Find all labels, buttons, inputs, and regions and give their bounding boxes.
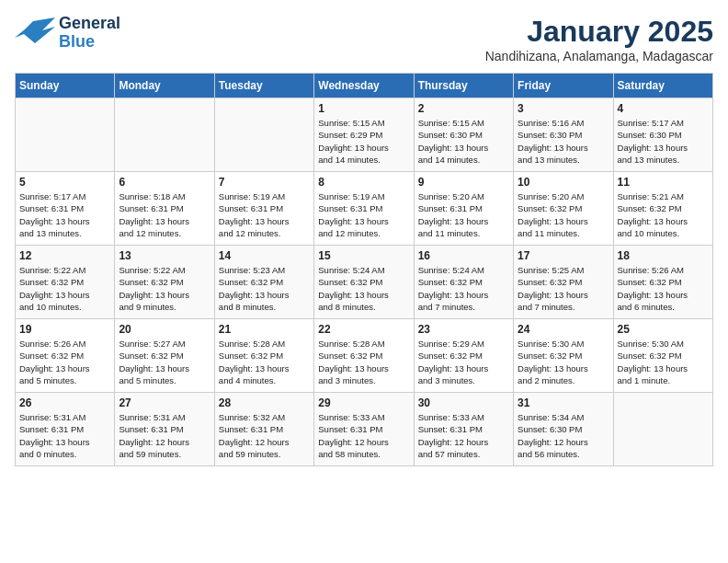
calendar-cell: 28Sunrise: 5:32 AM Sunset: 6:31 PM Dayli… [214, 393, 313, 466]
day-info: Sunrise: 5:22 AM Sunset: 6:32 PM Dayligh… [19, 264, 110, 313]
day-number: 12 [19, 249, 110, 262]
day-info: Sunrise: 5:24 AM Sunset: 6:32 PM Dayligh… [318, 264, 409, 313]
day-number: 1 [318, 102, 409, 115]
day-number: 18 [618, 249, 709, 262]
day-info: Sunrise: 5:19 AM Sunset: 6:31 PM Dayligh… [318, 190, 409, 239]
calendar-cell: 15Sunrise: 5:24 AM Sunset: 6:32 PM Dayli… [314, 246, 414, 319]
calendar-cell: 14Sunrise: 5:23 AM Sunset: 6:32 PM Dayli… [214, 246, 313, 319]
day-info: Sunrise: 5:30 AM Sunset: 6:32 PM Dayligh… [618, 338, 709, 386]
day-info: Sunrise: 5:33 AM Sunset: 6:31 PM Dayligh… [318, 411, 409, 460]
day-number: 21 [219, 323, 310, 336]
col-header-sunday: Sunday [16, 74, 115, 98]
day-info: Sunrise: 5:34 AM Sunset: 6:30 PM Dayligh… [518, 411, 609, 460]
calendar-cell [115, 98, 214, 172]
calendar-table: SundayMondayTuesdayWednesdayThursdayFrid… [15, 73, 713, 466]
day-number: 5 [19, 176, 110, 189]
day-info: Sunrise: 5:31 AM Sunset: 6:31 PM Dayligh… [119, 411, 210, 460]
day-info: Sunrise: 5:32 AM Sunset: 6:31 PM Dayligh… [219, 411, 310, 460]
day-number: 6 [119, 176, 210, 189]
page-header: General Blue January 2025 Nandihizana, A… [15, 15, 713, 63]
day-info: Sunrise: 5:19 AM Sunset: 6:31 PM Dayligh… [219, 190, 310, 239]
day-info: Sunrise: 5:15 AM Sunset: 6:29 PM Dayligh… [318, 117, 409, 166]
calendar-cell [214, 98, 313, 172]
logo-blue-text: Blue [59, 33, 120, 52]
day-info: Sunrise: 5:29 AM Sunset: 6:32 PM Dayligh… [418, 338, 509, 386]
calendar-cell: 30Sunrise: 5:33 AM Sunset: 6:31 PM Dayli… [414, 393, 513, 466]
day-number: 24 [518, 323, 609, 336]
day-number: 22 [318, 323, 409, 336]
calendar-cell: 10Sunrise: 5:20 AM Sunset: 6:32 PM Dayli… [514, 172, 613, 246]
calendar-cell: 24Sunrise: 5:30 AM Sunset: 6:32 PM Dayli… [514, 319, 613, 393]
day-number: 27 [119, 396, 210, 409]
day-info: Sunrise: 5:21 AM Sunset: 6:32 PM Dayligh… [618, 190, 709, 239]
day-info: Sunrise: 5:23 AM Sunset: 6:32 PM Dayligh… [219, 264, 310, 313]
calendar-cell: 22Sunrise: 5:28 AM Sunset: 6:32 PM Dayli… [314, 319, 414, 393]
day-info: Sunrise: 5:20 AM Sunset: 6:31 PM Dayligh… [418, 190, 509, 239]
day-number: 29 [318, 396, 409, 409]
day-info: Sunrise: 5:22 AM Sunset: 6:32 PM Dayligh… [119, 264, 210, 313]
day-number: 16 [418, 249, 509, 262]
calendar-cell: 2Sunrise: 5:15 AM Sunset: 6:30 PM Daylig… [414, 98, 513, 172]
day-number: 20 [119, 323, 210, 336]
calendar-cell: 26Sunrise: 5:31 AM Sunset: 6:31 PM Dayli… [16, 393, 115, 466]
calendar-week-row: 1Sunrise: 5:15 AM Sunset: 6:29 PM Daylig… [16, 98, 713, 172]
col-header-friday: Friday [514, 74, 613, 98]
day-number: 13 [119, 249, 210, 262]
calendar-cell: 4Sunrise: 5:17 AM Sunset: 6:30 PM Daylig… [613, 98, 712, 172]
calendar-cell: 18Sunrise: 5:26 AM Sunset: 6:32 PM Dayli… [613, 246, 712, 319]
calendar-header-row: SundayMondayTuesdayWednesdayThursdayFrid… [16, 74, 713, 98]
day-number: 26 [19, 396, 110, 409]
day-number: 31 [518, 396, 609, 409]
calendar-cell: 25Sunrise: 5:30 AM Sunset: 6:32 PM Dayli… [613, 319, 712, 393]
calendar-week-row: 5Sunrise: 5:17 AM Sunset: 6:31 PM Daylig… [16, 172, 713, 246]
day-info: Sunrise: 5:17 AM Sunset: 6:31 PM Dayligh… [19, 190, 110, 239]
calendar-cell: 27Sunrise: 5:31 AM Sunset: 6:31 PM Dayli… [115, 393, 214, 466]
calendar-cell: 20Sunrise: 5:27 AM Sunset: 6:32 PM Dayli… [115, 319, 214, 393]
col-header-thursday: Thursday [414, 74, 513, 98]
logo-icon [15, 17, 55, 49]
day-info: Sunrise: 5:28 AM Sunset: 6:32 PM Dayligh… [219, 338, 310, 386]
day-number: 8 [318, 176, 409, 189]
day-info: Sunrise: 5:31 AM Sunset: 6:31 PM Dayligh… [19, 411, 110, 460]
day-info: Sunrise: 5:24 AM Sunset: 6:32 PM Dayligh… [418, 264, 509, 313]
calendar-cell: 8Sunrise: 5:19 AM Sunset: 6:31 PM Daylig… [314, 172, 414, 246]
day-info: Sunrise: 5:30 AM Sunset: 6:32 PM Dayligh… [518, 338, 609, 386]
day-number: 17 [518, 249, 609, 262]
calendar-cell: 16Sunrise: 5:24 AM Sunset: 6:32 PM Dayli… [414, 246, 513, 319]
calendar-cell: 23Sunrise: 5:29 AM Sunset: 6:32 PM Dayli… [414, 319, 513, 393]
calendar-cell [613, 393, 712, 466]
calendar-cell [16, 98, 115, 172]
day-number: 9 [418, 176, 509, 189]
day-info: Sunrise: 5:20 AM Sunset: 6:32 PM Dayligh… [518, 190, 609, 239]
calendar-cell: 13Sunrise: 5:22 AM Sunset: 6:32 PM Dayli… [115, 246, 214, 319]
day-number: 30 [418, 396, 509, 409]
col-header-wednesday: Wednesday [314, 74, 414, 98]
svg-marker-0 [15, 17, 55, 43]
calendar-cell: 17Sunrise: 5:25 AM Sunset: 6:32 PM Dayli… [514, 246, 613, 319]
day-number: 2 [418, 102, 509, 115]
day-number: 14 [219, 249, 310, 262]
day-info: Sunrise: 5:15 AM Sunset: 6:30 PM Dayligh… [418, 117, 509, 166]
col-header-tuesday: Tuesday [214, 74, 313, 98]
day-info: Sunrise: 5:17 AM Sunset: 6:30 PM Dayligh… [618, 117, 709, 166]
calendar-cell: 5Sunrise: 5:17 AM Sunset: 6:31 PM Daylig… [16, 172, 115, 246]
day-number: 4 [618, 102, 709, 115]
day-number: 11 [618, 176, 709, 189]
day-number: 3 [518, 102, 609, 115]
day-info: Sunrise: 5:18 AM Sunset: 6:31 PM Dayligh… [119, 190, 210, 239]
calendar-cell: 3Sunrise: 5:16 AM Sunset: 6:30 PM Daylig… [514, 98, 613, 172]
location-title: Nandihizana, Analamanga, Madagascar [485, 49, 713, 63]
day-number: 23 [418, 323, 509, 336]
calendar-cell: 19Sunrise: 5:26 AM Sunset: 6:32 PM Dayli… [16, 319, 115, 393]
calendar-cell: 21Sunrise: 5:28 AM Sunset: 6:32 PM Dayli… [214, 319, 313, 393]
calendar-cell: 31Sunrise: 5:34 AM Sunset: 6:30 PM Dayli… [514, 393, 613, 466]
day-info: Sunrise: 5:26 AM Sunset: 6:32 PM Dayligh… [618, 264, 709, 313]
calendar-cell: 9Sunrise: 5:20 AM Sunset: 6:31 PM Daylig… [414, 172, 513, 246]
calendar-week-row: 19Sunrise: 5:26 AM Sunset: 6:32 PM Dayli… [16, 319, 713, 393]
logo: General Blue [15, 15, 120, 52]
title-block: January 2025 Nandihizana, Analamanga, Ma… [485, 15, 713, 63]
day-info: Sunrise: 5:28 AM Sunset: 6:32 PM Dayligh… [318, 338, 409, 386]
day-info: Sunrise: 5:25 AM Sunset: 6:32 PM Dayligh… [518, 264, 609, 313]
day-number: 7 [219, 176, 310, 189]
calendar-cell: 1Sunrise: 5:15 AM Sunset: 6:29 PM Daylig… [314, 98, 414, 172]
